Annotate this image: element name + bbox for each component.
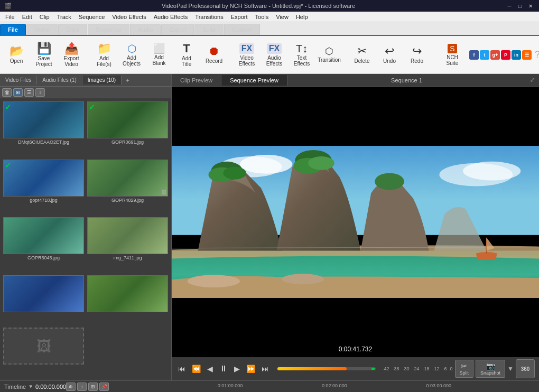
media-thumbnail: ✓ bbox=[87, 101, 168, 138]
add-blank-icon: ⬜ bbox=[153, 44, 165, 53]
list-item[interactable] bbox=[86, 274, 169, 326]
undo-icon: ↩ bbox=[385, 45, 394, 57]
timeline-ctrl-4[interactable]: 📌 bbox=[99, 382, 109, 391]
maximize-button[interactable]: □ bbox=[516, 2, 524, 10]
snapshot-dropdown[interactable]: ▼ bbox=[507, 365, 514, 372]
tab-suite[interactable]: Suite bbox=[194, 24, 224, 35]
skip-end-button[interactable]: ⏭ bbox=[259, 363, 271, 374]
toolbar-tabs: File Home Clips Sequence Audio Export Su… bbox=[0, 22, 539, 36]
sequence-preview-tab[interactable]: Sequence Preview bbox=[221, 75, 287, 86]
forward-button[interactable]: ▶ bbox=[232, 363, 242, 374]
menu-audio-effects[interactable]: Audio Effects bbox=[151, 13, 191, 21]
close-button[interactable]: ✕ bbox=[526, 2, 535, 10]
preview-controls: ⏮ ⏪ ◀ ⏸ ▶ ⏩ ⏭ -42 -36 -30 -24 -18 -12 -6… bbox=[172, 357, 539, 380]
add-title-button[interactable]: T Add Title bbox=[173, 39, 200, 71]
open-button[interactable]: 📂 Open bbox=[3, 39, 30, 71]
menu-tools[interactable]: Tools bbox=[252, 13, 272, 21]
tab-sequence[interactable]: Sequence bbox=[88, 24, 130, 35]
time-display: 0:00:41.732 bbox=[339, 346, 372, 353]
open-icon: 📂 bbox=[10, 45, 24, 57]
record-button[interactable]: ⏺ Record bbox=[201, 39, 227, 71]
minimize-button[interactable]: ─ bbox=[505, 2, 514, 10]
expand-preview-button[interactable]: ⤢ bbox=[526, 77, 539, 83]
list-item[interactable] bbox=[2, 274, 85, 326]
save-project-button[interactable]: 💾 Save Project bbox=[31, 39, 57, 71]
menu-export[interactable]: Export bbox=[228, 13, 251, 21]
pinterest-icon: P bbox=[501, 50, 510, 60]
nch-suite-button[interactable]: S NCH Suite bbox=[436, 39, 468, 71]
list-item[interactable]: 🖼 GOPR4829.jpg bbox=[86, 158, 169, 216]
tab-audio[interactable]: Audio bbox=[130, 24, 161, 35]
add-files-button[interactable]: 📁 Add File(s) bbox=[91, 39, 117, 71]
tab-audio-files[interactable]: Audio Files (1) bbox=[37, 76, 82, 85]
tab-home[interactable]: Home bbox=[26, 24, 58, 35]
audio-effects-button[interactable]: FX Audio Effects bbox=[261, 39, 287, 71]
timeline-dropdown[interactable]: ▼ bbox=[28, 384, 33, 389]
delete-button[interactable]: ✂ Delete bbox=[349, 39, 375, 71]
svg-point-13 bbox=[375, 173, 404, 190]
menu-track[interactable]: Track bbox=[54, 13, 75, 21]
play-pause-button[interactable]: ⏸ bbox=[217, 363, 230, 375]
list-item[interactable]: GOPR5045.jpg bbox=[2, 216, 85, 273]
export-icon: 📤 bbox=[64, 43, 79, 54]
tab-clips[interactable]: Clips bbox=[58, 24, 87, 35]
timeline-ctrl-2[interactable]: ↕ bbox=[77, 382, 87, 391]
add-objects-icon: ⬡ bbox=[127, 43, 136, 54]
help-icon[interactable]: ? bbox=[533, 49, 539, 60]
timeline-ctrl-1[interactable]: ⊕ bbox=[66, 382, 76, 391]
clip-preview-tab[interactable]: Clip Preview bbox=[172, 75, 221, 86]
tab-export[interactable]: Export bbox=[161, 24, 194, 35]
export-video-button[interactable]: 📤 Export Video bbox=[58, 39, 85, 71]
tab-custom[interactable]: Custom bbox=[224, 24, 260, 35]
tab-images[interactable]: Images (10) bbox=[82, 76, 122, 85]
list-item[interactable]: ✓ DMqt6CIUEAAO2ET.jpg bbox=[2, 100, 85, 157]
menu-edit[interactable]: Edit bbox=[19, 13, 35, 21]
menu-clip[interactable]: Clip bbox=[36, 13, 53, 21]
transition-button[interactable]: ⬡ Transition bbox=[316, 39, 342, 71]
add-tab-button[interactable]: + bbox=[122, 76, 133, 85]
svg-point-15 bbox=[188, 275, 240, 287]
vol-label: -42 bbox=[382, 366, 389, 371]
split-button[interactable]: ✂ Split bbox=[455, 360, 474, 378]
add-blank-button[interactable]: ⬜ Add Blank bbox=[146, 39, 172, 71]
tab-file[interactable]: File bbox=[0, 24, 26, 35]
sequence-title: Sequence 1 bbox=[287, 77, 526, 83]
next-frame-button[interactable]: ⏩ bbox=[244, 363, 257, 374]
delete-file-button[interactable]: 🗑 bbox=[2, 88, 12, 97]
list-item[interactable]: ✓ GOPR0691.jpg bbox=[86, 100, 169, 157]
redo-button[interactable]: ↪ Redo bbox=[404, 39, 430, 71]
add-objects-label: Add Objects bbox=[123, 55, 141, 67]
menu-video-effects[interactable]: Video Effects bbox=[109, 13, 149, 21]
list-view-button[interactable]: ☰ bbox=[24, 88, 34, 97]
menu-sequence[interactable]: Sequence bbox=[76, 13, 108, 21]
undo-button[interactable]: ↩ Undo bbox=[376, 39, 403, 71]
linkedin-icon: in bbox=[512, 50, 521, 60]
text-effects-button[interactable]: T↕ Text Effects bbox=[289, 39, 315, 71]
list-item[interactable]: 🖼 bbox=[2, 326, 85, 378]
menu-file[interactable]: File bbox=[2, 13, 18, 21]
video-effects-label: Video Effects bbox=[238, 55, 256, 67]
menu-view[interactable]: View bbox=[273, 13, 292, 21]
360-button[interactable]: 360 bbox=[516, 359, 535, 378]
text-effects-label: Text Effects bbox=[293, 55, 311, 67]
list-item[interactable]: img_7411.jpg bbox=[86, 216, 169, 273]
volume-bar[interactable] bbox=[277, 367, 376, 370]
menu-help[interactable]: Help bbox=[293, 13, 311, 21]
timeline-ctrl-3[interactable]: ⊞ bbox=[88, 382, 98, 391]
sort-button[interactable]: ↕ bbox=[35, 88, 45, 97]
thumbnail-view-button[interactable]: ⊞ bbox=[13, 88, 23, 97]
snapshot-button[interactable]: 📷 Snapshot bbox=[476, 360, 505, 378]
media-filename: GOPR5045.jpg bbox=[3, 255, 84, 260]
prev-frame-button[interactable]: ⏪ bbox=[190, 363, 203, 374]
menu-transitions[interactable]: Transitions bbox=[192, 13, 226, 21]
list-item[interactable]: ✓ gopr4718.jpg bbox=[2, 158, 85, 216]
twitter-icon: t bbox=[480, 50, 489, 60]
volume-fill bbox=[277, 367, 347, 370]
skip-start-button[interactable]: ⏮ bbox=[176, 363, 188, 374]
tab-video-files[interactable]: Video Files bbox=[0, 76, 37, 85]
rewind-button[interactable]: ◀ bbox=[205, 363, 215, 374]
video-effects-button[interactable]: FX Video Effects bbox=[234, 39, 260, 71]
add-title-icon: T bbox=[183, 43, 190, 54]
vol-label: -24 bbox=[412, 366, 419, 371]
add-objects-button[interactable]: ⬡ Add Objects bbox=[118, 39, 145, 71]
